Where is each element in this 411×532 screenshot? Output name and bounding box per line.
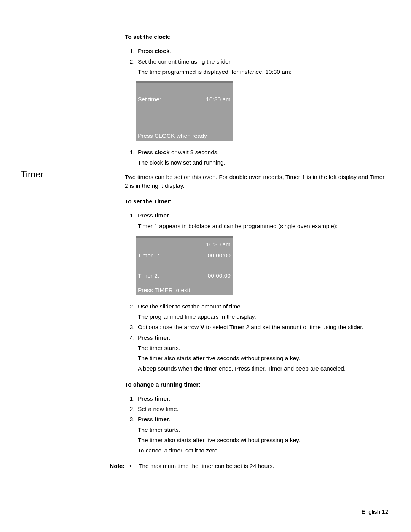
display-timer2-label: Timer 2:	[138, 271, 159, 280]
list-item: Press timer.	[136, 394, 387, 403]
note-bullet: •	[129, 462, 139, 470]
timer-display: 10:30 am Timer 1: 00:00:00 Timer 2: 00:0…	[136, 236, 233, 295]
timer-heading: To set the Timer:	[125, 197, 387, 206]
display-label: Set time:	[138, 95, 161, 104]
page-footer: English 12	[362, 508, 388, 516]
timer-steps-a: Press timer. Timer 1 appears in boldface…	[125, 211, 387, 230]
clock-steps-a: Press clock. Set the current time using …	[125, 46, 387, 76]
main-content: To set the clock: Press clock. Set the c…	[125, 32, 387, 167]
list-item: Press clock or wait 3 seconds. The clock…	[136, 148, 387, 167]
display-prompt: Press CLOCK when ready	[138, 131, 207, 140]
display-prompt: Press TIMER to exit	[138, 286, 190, 294]
document-page: To set the clock: Press clock. Set the c…	[0, 0, 411, 532]
list-item: Press timer. Timer 1 appears in boldface…	[136, 211, 387, 230]
list-item: Set a new time.	[136, 404, 387, 413]
display-timer2-value: 00:00:00	[208, 271, 231, 280]
list-item: Press clock.	[136, 46, 387, 55]
display-timer1-value: 00:00:00	[208, 251, 231, 260]
timer-steps-b: Use the slider to set the amount of time…	[125, 302, 387, 373]
note-text: The maximum time the timer can be set is…	[139, 462, 274, 470]
display-value: 10:30 am	[206, 95, 231, 104]
clock-steps-b: Press clock or wait 3 seconds. The clock…	[125, 148, 387, 167]
section-title-timer: Timer	[21, 168, 119, 181]
timer-intro: Two timers can be set on this oven. For …	[125, 173, 387, 190]
list-item: Press timer. The timer starts. The timer…	[136, 415, 387, 455]
clock-display: Set time: 10:30 am Press CLOCK when read…	[136, 81, 233, 141]
display-clock: 10:30 am	[136, 238, 233, 251]
change-timer-heading: To change a running timer:	[125, 380, 387, 389]
display-timer1-label: Timer 1:	[138, 251, 159, 260]
list-item: Optional: use the arrow V to select Time…	[136, 323, 387, 331]
list-item: Set the current time using the slider. T…	[136, 57, 387, 77]
clock-heading: To set the clock:	[125, 32, 387, 41]
note-row: Note: • The maximum time the timer can b…	[110, 462, 387, 470]
list-item: Use the slider to set the amount of time…	[136, 302, 387, 321]
note-label: Note:	[110, 462, 129, 470]
timer-content: Two timers can be set on this oven. For …	[125, 173, 387, 471]
list-item: Press timer. The timer starts. The timer…	[136, 333, 387, 373]
change-timer-steps: Press timer. Set a new time. Press timer…	[125, 394, 387, 455]
